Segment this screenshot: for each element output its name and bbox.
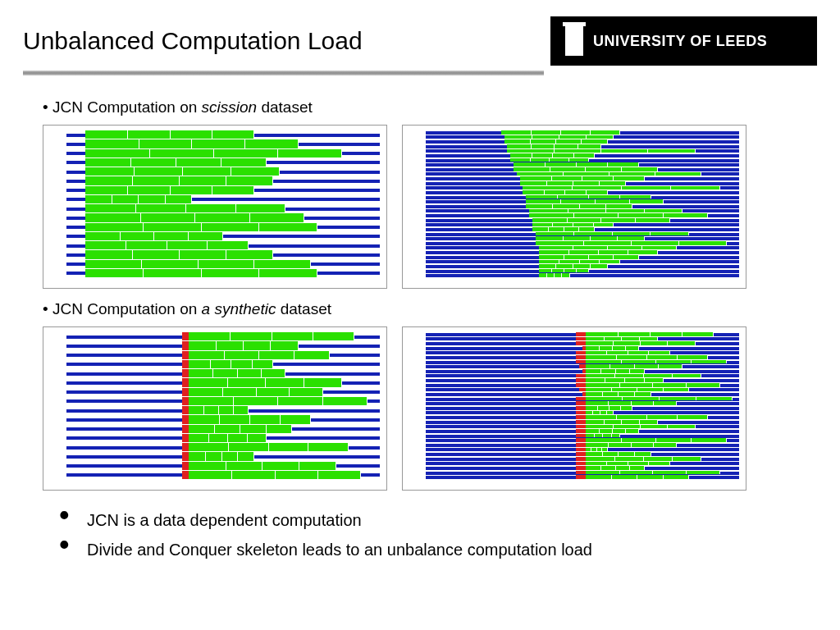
chart-synthetic-right [402, 326, 746, 491]
slide-title: Unbalanced Computation Load [23, 27, 550, 55]
chart-scission-left [43, 125, 387, 289]
tower-icon [565, 26, 583, 56]
footer-bullet-0: JCN is a data dependent computation [59, 505, 797, 535]
logo-text: UNIVERSITY OF LEEDS [593, 33, 767, 50]
section-2-label: JCN Computation on a synthetic dataset [43, 300, 797, 318]
section-1-label: JCN Computation on scission dataset [43, 98, 797, 116]
footer-bullets: JCN is a data dependent computation Divi… [43, 505, 797, 564]
chart-scission-right [402, 125, 746, 289]
chart-synthetic-left [43, 326, 387, 491]
footer-bullet-1: Divide and Conquer skeleton leads to an … [59, 535, 797, 564]
university-logo: UNIVERSITY OF LEEDS [550, 16, 817, 66]
